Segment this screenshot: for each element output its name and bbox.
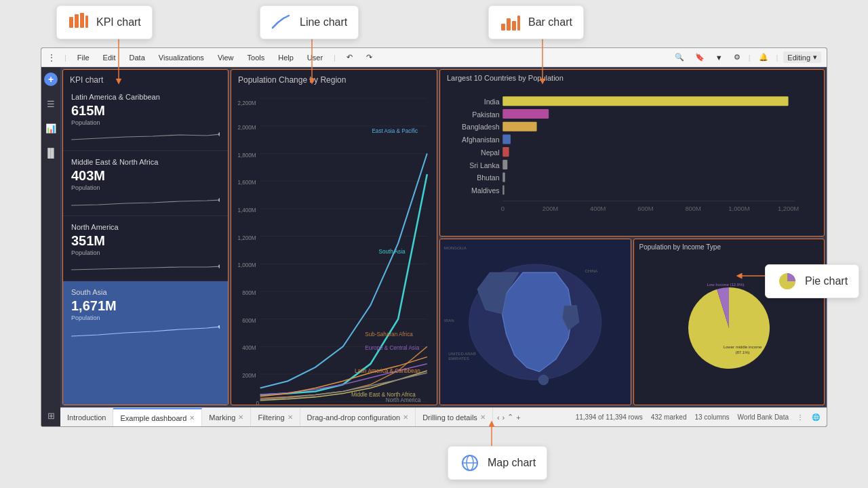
dropdown-arrow: ▾: [813, 53, 817, 62]
menu-file[interactable]: File: [75, 52, 92, 63]
kpi-sparkline-1: [71, 130, 220, 142]
bar-callout-label: Bar chart: [528, 16, 572, 28]
svg-text:1,200M: 1,200M: [778, 205, 799, 212]
svg-text:Sub-Saharan Africa: Sub-Saharan Africa: [365, 331, 413, 338]
menu-tools[interactable]: Tools: [245, 52, 268, 63]
svg-rect-79: [502, 173, 505, 182]
tab-drilling-close[interactable]: ✕: [480, 413, 486, 421]
svg-rect-6: [512, 21, 516, 30]
svg-text:Nepal: Nepal: [481, 148, 499, 157]
svg-text:India: India: [484, 98, 500, 106]
svg-text:1,600M: 1,600M: [237, 180, 256, 186]
kpi-item-1: Latin America & Caribbean 615M Populatio…: [63, 86, 228, 151]
sidebar-home-icon[interactable]: ☰: [44, 97, 58, 110]
svg-text:1,200M: 1,200M: [237, 235, 256, 241]
svg-rect-71: [502, 122, 536, 131]
tab-dragdrop-close[interactable]: ✕: [403, 413, 408, 421]
sidebar-charts-icon[interactable]: 📊: [44, 121, 58, 135]
kpi-region-4: South Asia: [71, 288, 220, 296]
bar-panel-title: Largest 10 Countries by Population: [440, 70, 824, 83]
svg-point-20: [218, 325, 220, 329]
svg-text:1,000M: 1,000M: [237, 262, 256, 268]
svg-rect-5: [507, 18, 511, 30]
map-callout: Map chart: [448, 446, 547, 480]
kpi-sparkline-2: [71, 195, 220, 207]
bell-icon[interactable]: 🔔: [756, 52, 771, 63]
editing-label: Editing: [787, 54, 810, 62]
svg-text:Lower middle income: Lower middle income: [723, 345, 762, 349]
tab-nav: ‹ › ⌃ +: [493, 413, 525, 422]
svg-text:Bhutan: Bhutan: [477, 174, 499, 182]
add-button[interactable]: +: [44, 73, 58, 86]
tab-marking-close[interactable]: ✕: [238, 413, 243, 421]
kpi-callout-label: KPI chart: [96, 16, 141, 28]
kpi-sub-1: Population: [71, 119, 220, 126]
tab-example-dashboard[interactable]: Example dashboard ✕: [113, 408, 202, 426]
bookmark-icon[interactable]: 🔖: [692, 52, 707, 63]
svg-rect-1: [75, 14, 79, 28]
menu-data[interactable]: Data: [127, 52, 148, 63]
tab-dragdrop[interactable]: Drag-and-drop configuration ✕: [300, 408, 416, 426]
svg-text:Latin America & Caribbean: Latin America & Caribbean: [355, 368, 420, 374]
menu-edit[interactable]: Edit: [100, 52, 119, 63]
sidebar-settings-icon[interactable]: ⊞: [44, 409, 58, 422]
line-panel-title: Population Change by Region: [231, 70, 437, 87]
menubar-sep1: |: [64, 54, 66, 62]
kpi-callout: KPI chart: [56, 5, 153, 39]
tab-filtering[interactable]: Filtering ✕: [251, 408, 300, 426]
pie-panel-title: Population by Income Type: [634, 239, 825, 252]
tab-filtering-close[interactable]: ✕: [288, 413, 293, 421]
svg-text:Afghanistan: Afghanistan: [462, 136, 500, 144]
pie-panel: Population by Income Type Low Income (12…: [633, 239, 825, 406]
tab-prev[interactable]: ‹: [497, 413, 500, 422]
menu-view[interactable]: View: [215, 52, 237, 63]
kpi-sparkline-4: [71, 325, 220, 338]
svg-text:400M: 400M: [242, 345, 256, 351]
kpi-value-1: 615M: [71, 103, 220, 119]
tab-up[interactable]: ⌃: [507, 413, 513, 422]
menubar-dots[interactable]: ⋮: [47, 52, 56, 63]
menu-undo[interactable]: ↶: [344, 52, 355, 63]
svg-text:400M: 400M: [590, 205, 606, 212]
tab-example-close[interactable]: ✕: [189, 414, 195, 422]
svg-point-19: [218, 264, 220, 268]
status-columns: 13 columns: [694, 413, 729, 421]
search-icon[interactable]: 🔍: [672, 52, 687, 63]
tab-drilling[interactable]: Drilling to details ✕: [416, 408, 493, 426]
line-icon: [271, 12, 293, 33]
kpi-item-3: North America 351M Population: [63, 216, 228, 281]
status-more[interactable]: ⋮: [797, 413, 804, 421]
tab-marking-label: Marking: [209, 413, 235, 422]
menubar-sep4: |: [776, 54, 778, 62]
tab-next[interactable]: ›: [502, 413, 505, 422]
line-callout: Line chart: [260, 5, 359, 39]
menubar-sep2: |: [334, 54, 336, 62]
status-rows: 11,394 of 11,394 rows: [576, 413, 643, 421]
svg-rect-7: [517, 16, 520, 30]
status-source: World Bank Data: [738, 413, 789, 421]
svg-text:North America: North America: [386, 397, 421, 403]
sidebar-bar-icon[interactable]: ▐▌: [44, 146, 58, 159]
svg-text:Bangladesh: Bangladesh: [462, 123, 500, 131]
menu-redo[interactable]: ↷: [363, 52, 375, 63]
settings-icon[interactable]: ⚙: [731, 52, 743, 63]
tab-add[interactable]: +: [516, 413, 520, 422]
kpi-region-2: Middle East & North Africa: [71, 158, 220, 166]
svg-text:0: 0: [256, 401, 260, 405]
status-globe[interactable]: 🌐: [812, 413, 820, 421]
line-chart-svg: 0 200M 400M 600M 800M 1,000M 1,200M 1,40…: [234, 90, 434, 405]
right-column: Largest 10 Countries by Population India…: [439, 69, 825, 405]
menu-help[interactable]: Help: [275, 52, 296, 63]
kpi-region-1: Latin America & Caribbean: [71, 93, 220, 101]
tab-marking[interactable]: Marking ✕: [202, 408, 251, 426]
menu-visualizations[interactable]: Visualizations: [156, 52, 207, 63]
svg-text:(87.1%): (87.1%): [735, 350, 749, 354]
tab-introduction[interactable]: Introduction: [60, 408, 113, 426]
menu-user[interactable]: User: [304, 52, 326, 63]
pie-chart-svg: Low Income (12.9%) Lower middle income (…: [682, 281, 776, 375]
svg-text:800M: 800M: [242, 290, 256, 296]
editing-dropdown[interactable]: Editing ▾: [783, 52, 821, 63]
kpi-value-4: 1,671M: [71, 298, 220, 314]
filter-icon[interactable]: ▼: [713, 52, 726, 63]
svg-point-17: [218, 132, 220, 136]
